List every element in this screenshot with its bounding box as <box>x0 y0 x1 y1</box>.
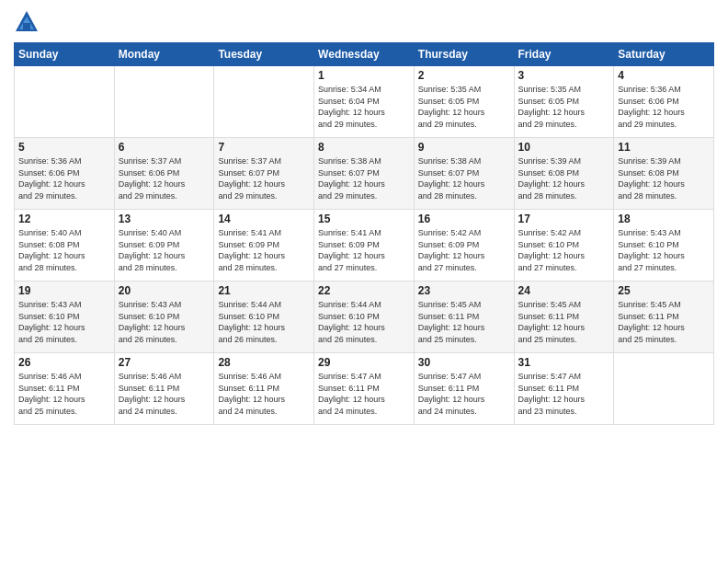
calendar-cell: 11Sunrise: 5:39 AM Sunset: 6:08 PM Dayli… <box>614 138 714 210</box>
calendar-cell: 21Sunrise: 5:44 AM Sunset: 6:10 PM Dayli… <box>214 282 314 353</box>
calendar-cell: 16Sunrise: 5:42 AM Sunset: 6:09 PM Dayli… <box>414 210 514 282</box>
calendar-cell: 20Sunrise: 5:43 AM Sunset: 6:10 PM Dayli… <box>114 282 214 353</box>
calendar-week-4: 19Sunrise: 5:43 AM Sunset: 6:10 PM Dayli… <box>15 282 714 353</box>
calendar-cell <box>214 66 314 138</box>
day-number: 6 <box>119 141 210 154</box>
day-number: 5 <box>18 141 110 154</box>
day-number: 17 <box>518 213 610 225</box>
calendar-cell <box>15 66 115 138</box>
day-number: 11 <box>618 141 710 154</box>
page: SundayMondayTuesdayWednesdayThursdayFrid… <box>0 0 728 563</box>
calendar-header-sunday: Sunday <box>15 43 115 66</box>
calendar-cell: 15Sunrise: 5:41 AM Sunset: 6:09 PM Dayli… <box>314 210 415 282</box>
day-info: Sunrise: 5:47 AM Sunset: 6:11 PM Dayligh… <box>318 371 410 417</box>
day-info: Sunrise: 5:42 AM Sunset: 6:10 PM Dayligh… <box>518 227 610 273</box>
day-number: 24 <box>518 284 610 297</box>
day-info: Sunrise: 5:36 AM Sunset: 6:06 PM Dayligh… <box>618 84 710 130</box>
calendar-week-3: 12Sunrise: 5:40 AM Sunset: 6:08 PM Dayli… <box>15 210 714 282</box>
day-info: Sunrise: 5:46 AM Sunset: 6:11 PM Dayligh… <box>218 371 310 417</box>
day-number: 12 <box>18 213 110 225</box>
calendar-cell: 4Sunrise: 5:36 AM Sunset: 6:06 PM Daylig… <box>614 66 714 138</box>
svg-rect-2 <box>23 23 30 29</box>
day-info: Sunrise: 5:35 AM Sunset: 6:05 PM Dayligh… <box>418 84 510 130</box>
day-number: 30 <box>418 356 510 369</box>
calendar-cell: 27Sunrise: 5:46 AM Sunset: 6:11 PM Dayli… <box>114 353 214 425</box>
day-info: Sunrise: 5:40 AM Sunset: 6:08 PM Dayligh… <box>18 227 110 273</box>
day-number: 10 <box>518 141 610 154</box>
calendar-header-wednesday: Wednesday <box>314 43 415 66</box>
day-info: Sunrise: 5:43 AM Sunset: 6:10 PM Dayligh… <box>18 299 110 345</box>
calendar-header-tuesday: Tuesday <box>214 43 314 66</box>
day-number: 23 <box>418 284 510 297</box>
day-info: Sunrise: 5:44 AM Sunset: 6:10 PM Dayligh… <box>318 299 410 345</box>
day-info: Sunrise: 5:36 AM Sunset: 6:06 PM Dayligh… <box>18 155 110 201</box>
calendar-cell: 31Sunrise: 5:47 AM Sunset: 6:11 PM Dayli… <box>514 353 614 425</box>
day-info: Sunrise: 5:43 AM Sunset: 6:10 PM Dayligh… <box>618 227 710 273</box>
day-number: 2 <box>418 69 510 82</box>
calendar-cell: 5Sunrise: 5:36 AM Sunset: 6:06 PM Daylig… <box>15 138 115 210</box>
day-info: Sunrise: 5:43 AM Sunset: 6:10 PM Dayligh… <box>119 299 210 345</box>
day-info: Sunrise: 5:42 AM Sunset: 6:09 PM Dayligh… <box>418 227 510 273</box>
calendar: SundayMondayTuesdayWednesdayThursdayFrid… <box>14 42 714 425</box>
calendar-cell: 18Sunrise: 5:43 AM Sunset: 6:10 PM Dayli… <box>614 210 714 282</box>
day-number: 1 <box>318 69 410 82</box>
calendar-cell: 30Sunrise: 5:47 AM Sunset: 6:11 PM Dayli… <box>414 353 514 425</box>
logo-icon <box>14 9 40 35</box>
day-number: 8 <box>318 141 410 154</box>
calendar-cell: 26Sunrise: 5:46 AM Sunset: 6:11 PM Dayli… <box>15 353 115 425</box>
day-info: Sunrise: 5:40 AM Sunset: 6:09 PM Dayligh… <box>119 227 210 273</box>
day-number: 29 <box>318 356 410 369</box>
calendar-cell: 3Sunrise: 5:35 AM Sunset: 6:05 PM Daylig… <box>514 66 614 138</box>
day-number: 15 <box>318 213 410 225</box>
day-number: 26 <box>18 356 110 369</box>
day-info: Sunrise: 5:38 AM Sunset: 6:07 PM Dayligh… <box>318 155 410 201</box>
day-number: 20 <box>119 284 210 297</box>
day-number: 13 <box>119 213 210 225</box>
day-info: Sunrise: 5:45 AM Sunset: 6:11 PM Dayligh… <box>518 299 610 345</box>
day-info: Sunrise: 5:47 AM Sunset: 6:11 PM Dayligh… <box>418 371 510 417</box>
day-info: Sunrise: 5:41 AM Sunset: 6:09 PM Dayligh… <box>218 227 310 273</box>
calendar-cell: 29Sunrise: 5:47 AM Sunset: 6:11 PM Dayli… <box>314 353 415 425</box>
day-number: 25 <box>618 284 710 297</box>
calendar-week-2: 5Sunrise: 5:36 AM Sunset: 6:06 PM Daylig… <box>15 138 714 210</box>
calendar-cell: 7Sunrise: 5:37 AM Sunset: 6:07 PM Daylig… <box>214 138 314 210</box>
calendar-cell: 9Sunrise: 5:38 AM Sunset: 6:07 PM Daylig… <box>414 138 514 210</box>
day-number: 9 <box>418 141 510 154</box>
day-info: Sunrise: 5:39 AM Sunset: 6:08 PM Dayligh… <box>618 155 710 201</box>
calendar-cell <box>114 66 214 138</box>
calendar-cell: 25Sunrise: 5:45 AM Sunset: 6:11 PM Dayli… <box>614 282 714 353</box>
calendar-cell: 14Sunrise: 5:41 AM Sunset: 6:09 PM Dayli… <box>214 210 314 282</box>
day-number: 19 <box>18 284 110 297</box>
calendar-cell <box>614 353 714 425</box>
calendar-header-saturday: Saturday <box>614 43 714 66</box>
day-info: Sunrise: 5:45 AM Sunset: 6:11 PM Dayligh… <box>618 299 710 345</box>
calendar-cell: 6Sunrise: 5:37 AM Sunset: 6:06 PM Daylig… <box>114 138 214 210</box>
calendar-cell: 13Sunrise: 5:40 AM Sunset: 6:09 PM Dayli… <box>114 210 214 282</box>
day-info: Sunrise: 5:35 AM Sunset: 6:05 PM Dayligh… <box>518 84 610 130</box>
calendar-cell: 12Sunrise: 5:40 AM Sunset: 6:08 PM Dayli… <box>15 210 115 282</box>
day-info: Sunrise: 5:46 AM Sunset: 6:11 PM Dayligh… <box>119 371 210 417</box>
day-info: Sunrise: 5:39 AM Sunset: 6:08 PM Dayligh… <box>518 155 610 201</box>
calendar-cell: 19Sunrise: 5:43 AM Sunset: 6:10 PM Dayli… <box>15 282 115 353</box>
calendar-week-5: 26Sunrise: 5:46 AM Sunset: 6:11 PM Dayli… <box>15 353 714 425</box>
calendar-cell: 28Sunrise: 5:46 AM Sunset: 6:11 PM Dayli… <box>214 353 314 425</box>
calendar-cell: 24Sunrise: 5:45 AM Sunset: 6:11 PM Dayli… <box>514 282 614 353</box>
header <box>14 9 714 35</box>
calendar-cell: 1Sunrise: 5:34 AM Sunset: 6:04 PM Daylig… <box>314 66 415 138</box>
day-number: 18 <box>618 213 710 225</box>
day-info: Sunrise: 5:47 AM Sunset: 6:11 PM Dayligh… <box>518 371 610 417</box>
day-info: Sunrise: 5:37 AM Sunset: 6:06 PM Dayligh… <box>119 155 210 201</box>
day-number: 27 <box>119 356 210 369</box>
day-info: Sunrise: 5:46 AM Sunset: 6:11 PM Dayligh… <box>18 371 110 417</box>
calendar-header-friday: Friday <box>514 43 614 66</box>
day-info: Sunrise: 5:45 AM Sunset: 6:11 PM Dayligh… <box>418 299 510 345</box>
day-number: 3 <box>518 69 610 82</box>
day-number: 21 <box>218 284 310 297</box>
day-info: Sunrise: 5:41 AM Sunset: 6:09 PM Dayligh… <box>318 227 410 273</box>
logo <box>14 9 43 35</box>
calendar-header-row: SundayMondayTuesdayWednesdayThursdayFrid… <box>15 43 714 66</box>
day-number: 14 <box>218 213 310 225</box>
day-info: Sunrise: 5:38 AM Sunset: 6:07 PM Dayligh… <box>418 155 510 201</box>
calendar-cell: 23Sunrise: 5:45 AM Sunset: 6:11 PM Dayli… <box>414 282 514 353</box>
calendar-week-1: 1Sunrise: 5:34 AM Sunset: 6:04 PM Daylig… <box>15 66 714 138</box>
